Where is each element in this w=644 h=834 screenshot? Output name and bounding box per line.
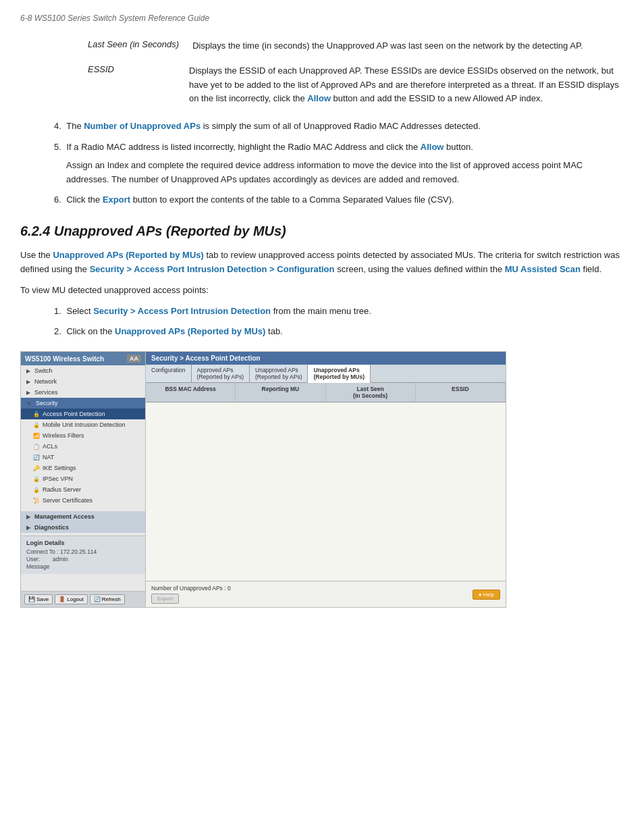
unapproved-mus-tab-link[interactable]: Unapproved APs (Reported by MUs) — [53, 250, 203, 260]
sidebar-item-switch[interactable]: ▶ Switch — [21, 365, 145, 376]
instruction-1: 1. Select Security > Access Port Intrusi… — [54, 305, 624, 319]
step-4-number: 4. — [54, 121, 61, 131]
footer-content: Number of Unapproved APs : 0 Export — [151, 585, 231, 604]
sidebar-label-services: Services — [34, 389, 58, 396]
login-title: Login Details — [26, 540, 140, 546]
icon-server-certs: 📜 — [33, 498, 40, 504]
tab-approved-aps[interactable]: Approved APs(Reported by APs) — [192, 365, 250, 382]
sidebar-label-switch: Switch — [34, 367, 53, 374]
sidebar-item-ipsec[interactable]: 🔒 IPSec VPN — [21, 473, 145, 484]
refresh-button[interactable]: 🔄 Refresh — [90, 594, 125, 604]
sidebar-item-radius[interactable]: 🔒 Radius Server — [21, 484, 145, 495]
connect-to-row: Connect To : 172.20.25.114 — [26, 548, 140, 555]
tab-unapproved-mus[interactable]: Unapproved APs(Reported by MUs) — [308, 365, 371, 383]
security-access-port-link[interactable]: Security > Access Port Intrusion Detecti… — [90, 264, 335, 274]
def-desc-essid: Displays the ESSID of each Unapproved AP… — [189, 64, 624, 106]
expand-icon-management: ▶ — [26, 514, 30, 520]
table-body — [146, 402, 506, 581]
sidebar-label-management: Management Access — [34, 513, 95, 520]
def-term-essid: ESSID — [88, 64, 176, 106]
tab-configuration[interactable]: Configuration — [146, 365, 192, 382]
section-intro-2: To view MU detected unapproved access po… — [20, 284, 624, 298]
instruction-2: 2. Click on the Unapproved APs (Reported… — [54, 325, 624, 339]
expand-icon-services: ▶ — [26, 390, 30, 396]
sidebar-label-security: Security — [36, 400, 58, 407]
sidebar-item-mu-intrusion[interactable]: 🔒 Mobile Unit Intrusion Detection — [21, 419, 145, 430]
expand-icon-diagnostics: ▶ — [26, 525, 30, 531]
sidebar-label-apd: Access Point Detection — [43, 411, 105, 417]
section-heading-624: 6.2.4 Unapproved APs (Reported by MUs) — [20, 224, 624, 239]
th-reporting-mu: Reporting MU — [236, 383, 325, 402]
security-access-port-menu-link[interactable]: Security > Access Port Intrusion Detecti… — [93, 306, 271, 316]
logout-icon: 🚪 — [59, 596, 65, 602]
tab-unapproved-aps[interactable]: Unapproved APs(Reported by APs) — [250, 365, 308, 382]
def-essid: ESSID Displays the ESSID of each Unappro… — [88, 64, 624, 106]
sidebar-label-mu-intrusion: Mobile Unit Intrusion Detection — [43, 421, 126, 428]
user-row: User: admin — [26, 556, 140, 563]
sidebar-item-wireless-filters[interactable]: 📶 Wireless Filters — [21, 430, 145, 441]
aa-badge: AA — [127, 355, 141, 363]
mu-assisted-scan-link[interactable]: MU Assisted Scan — [505, 264, 581, 274]
sidebar-label-network: Network — [34, 378, 57, 385]
sidebar-item-server-certs[interactable]: 📜 Server Certificates — [21, 495, 145, 506]
sidebar-header: WS5100 Wireless Switch AA — [21, 352, 145, 365]
logout-button[interactable]: 🚪 Logout — [55, 594, 87, 604]
login-section: Login Details Connect To : 172.20.25.114… — [21, 536, 145, 574]
user-label: User: — [26, 556, 40, 563]
user-value: admin — [53, 556, 68, 563]
save-button[interactable]: 💾 Save — [24, 594, 53, 604]
icon-ike: 🔑 — [33, 465, 40, 471]
save-icon: 💾 — [28, 596, 35, 602]
sidebar-title: WS5100 Wireless Switch — [25, 355, 104, 363]
step-5-para: Assign an Index and complete the require… — [66, 159, 624, 187]
sidebar-item-services[interactable]: ▶ Services — [21, 387, 145, 398]
export-link-step6[interactable]: Export — [103, 194, 130, 205]
sidebar-item-access-point-detection[interactable]: 🔒 Access Point Detection — [21, 409, 145, 419]
connect-to-value: 172.20.25.114 — [60, 548, 97, 555]
step-4: 4. The Number of Unapproved APs is simpl… — [54, 120, 624, 134]
instruction-1-number: 1. — [54, 306, 61, 316]
bottom-bar: 💾 Save 🚪 Logout 🔄 Refresh — [21, 591, 145, 607]
step-6-number: 6. — [54, 194, 61, 205]
screenshot: WS5100 Wireless Switch AA ▶ Switch ▶ Net… — [20, 351, 506, 608]
icon-radius: 🔒 — [33, 487, 40, 493]
def-term-last-seen: Last Seen (in Seconds) — [88, 39, 179, 53]
sidebar-item-nat[interactable]: 🔄 NAT — [21, 452, 145, 463]
page-header: 6-8 WS5100 Series Switch System Referenc… — [20, 14, 624, 23]
unapproved-mus-tab-link2[interactable]: Unapproved APs (Reported by MUs) — [115, 326, 265, 336]
table-header: BSS MAC Address Reporting MU Last Seen(I… — [146, 383, 506, 402]
step-5: 5. If a Radio MAC address is listed inco… — [54, 140, 624, 155]
expand-icon-security: ▼ — [26, 400, 32, 407]
main-title-bar: Security > Access Point Detection — [146, 352, 506, 365]
expand-icon-switch: ▶ — [26, 368, 30, 374]
def-last-seen: Last Seen (in Seconds) Displays the time… — [88, 39, 624, 53]
allow-link-essid[interactable]: Allow — [307, 93, 331, 103]
tabs-bar: Configuration Approved APs(Reported by A… — [146, 365, 506, 383]
sidebar-item-ike[interactable]: 🔑 IKE Settings — [21, 463, 145, 473]
refresh-icon: 🔄 — [94, 596, 101, 602]
icon-nat: 🔄 — [33, 454, 40, 461]
footer: Number of Unapproved APs : 0 Export ● He… — [146, 581, 506, 607]
sidebar-label-server-certs: Server Certificates — [43, 497, 92, 504]
help-button[interactable]: ● Help — [473, 590, 500, 600]
icon-acls: 📋 — [33, 444, 40, 450]
export-button[interactable]: Export — [151, 594, 179, 604]
screenshot-sidebar: WS5100 Wireless Switch AA ▶ Switch ▶ Net… — [21, 352, 146, 607]
sidebar-item-management-access[interactable]: ▶ Management Access — [21, 511, 145, 522]
message-label: Message — [26, 563, 50, 570]
help-icon: ● — [479, 592, 482, 598]
unapproved-aps-link-step4[interactable]: Number of Unapproved APs — [84, 121, 200, 131]
sidebar-item-acls[interactable]: 📋 ACLs — [21, 441, 145, 452]
screenshot-main: Security > Access Point Detection Config… — [146, 352, 506, 607]
sidebar-item-network[interactable]: ▶ Network — [21, 376, 145, 387]
instruction-2-number: 2. — [54, 326, 61, 336]
sidebar-label-wireless-filters: Wireless Filters — [43, 432, 84, 439]
sidebar-item-security[interactable]: ▼ Security — [21, 398, 145, 409]
section-intro-1: Use the Unapproved APs (Reported by MUs)… — [20, 249, 624, 277]
sidebar-item-diagnostics[interactable]: ▶ Diagnostics — [21, 522, 145, 533]
th-essid: ESSID — [416, 383, 506, 402]
th-bss-mac: BSS MAC Address — [146, 383, 236, 402]
sidebar-label-acls: ACLs — [43, 443, 57, 450]
allow-link-step5[interactable]: Allow — [421, 142, 444, 152]
num-unapproved-label: Number of Unapproved APs : 0 — [151, 585, 231, 592]
